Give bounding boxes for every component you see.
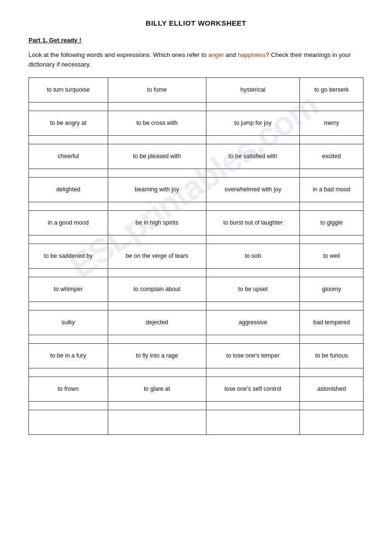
spacer-cell [29,269,108,277]
table-cell: to glare at [108,377,206,402]
table-row: to whimperto complain aboutto be upsetgl… [29,277,364,302]
spacer-cell [300,302,364,310]
table-cell: dejected [108,310,206,335]
vocabulary-table: to turn turquoiseto fumehystericalto go … [28,77,364,435]
spacer-cell [29,235,108,244]
table-row: sulkydejectedaggressivebad tempered [29,310,364,335]
table-cell: to complain about [108,277,206,302]
table-cell: to lose one's temper [206,344,299,368]
table-cell: sulky [29,310,108,335]
table-cell: to be pleased with [108,144,206,169]
table-cell: to whimper [29,277,108,302]
table-cell: bad tempered [300,310,364,335]
table-cell: delighted [29,178,108,202]
spacer-cell [300,368,364,377]
table-cell: to frown [29,377,108,402]
spacer-cell [108,136,206,144]
table-row [29,410,364,435]
table-cell: to be satisfied with [206,144,299,169]
spacer-cell [300,103,364,111]
table-cell: to be upset [206,277,299,302]
spacer-cell [108,103,206,111]
spacer-cell [206,335,299,344]
spacer-cell [206,302,299,310]
spacer-cell [300,235,364,244]
spacer-cell [300,402,364,410]
table-cell: to fly into a rage [108,344,206,368]
table-cell: hysterical [206,78,299,103]
table-cell: to be angry at [29,111,108,136]
table-cell [108,410,206,435]
table-cell: to sob [206,244,299,269]
table-row: to be in a furyto fly into a rageto lose… [29,344,364,368]
table-cell: aggressive [206,310,299,335]
table-cell: to fume [108,78,206,103]
table-cell: excited [300,144,364,169]
table-row: in a good moodbe in high spiritsto burst… [29,211,364,235]
table-cell: to burst out of laughter [206,211,299,235]
anger-word: anger [208,51,224,58]
spacer-cell [108,302,206,310]
spacer-cell [206,136,299,144]
spacer-cell [300,169,364,178]
table-row: delightedbeaming with joyoverwhelmed wit… [29,178,364,202]
spacer-cell [29,368,108,377]
spacer-cell [108,402,206,410]
table-cell: overwhelmed with joy [206,178,299,202]
table-cell: to be furious [300,344,364,368]
spacer-cell [206,235,299,244]
table-cell: to be in a fury [29,344,108,368]
spacer-cell [206,202,299,211]
table-cell: be on the verge of tears [108,244,206,269]
spacer-cell [29,335,108,344]
spacer-cell [206,169,299,178]
table-cell: cheerful [29,144,108,169]
table-cell: to be cross with [108,111,206,136]
happiness-word: happiness [238,51,266,58]
spacer-cell [108,269,206,277]
table-row: to turn turquoiseto fumehystericalto go … [29,78,364,103]
spacer-cell [206,402,299,410]
spacer-cell [29,169,108,178]
part-heading: Part 1. Get ready ! [28,37,364,44]
table-cell: astonished [300,377,364,402]
table-cell [206,410,299,435]
spacer-cell [206,269,299,277]
table-cell: to be saddened by [29,244,108,269]
spacer-cell [206,103,299,111]
spacer-cell [108,235,206,244]
spacer-cell [108,368,206,377]
table-cell: to weil [300,244,364,269]
table-cell: to jump for joy [206,111,299,136]
spacer-cell [108,202,206,211]
spacer-cell [300,202,364,211]
spacer-cell [29,402,108,410]
table-cell: to turn turquoise [29,78,108,103]
spacer-cell [29,202,108,211]
spacer-cell [108,169,206,178]
table-cell [29,410,108,435]
spacer-cell [108,335,206,344]
table-row: to frownto glare atlose one's self contr… [29,377,364,402]
spacer-cell [206,368,299,377]
page-title: BILLY ELLIOT WORKSHEET [28,19,364,27]
spacer-cell [29,302,108,310]
table-cell: to giggle [300,211,364,235]
spacer-cell [300,269,364,277]
table-cell: in a good mood [29,211,108,235]
table-row: to be angry atto be cross withto jump fo… [29,111,364,136]
spacer-cell [29,136,108,144]
spacer-cell [29,103,108,111]
table-cell: lose one's self control [206,377,299,402]
table-cell: be in high spirits [108,211,206,235]
table-cell: to go berserk [300,78,364,103]
table-cell: beaming with joy [108,178,206,202]
table-row: to be saddened bybe on the verge of tear… [29,244,364,269]
table-cell: merry [300,111,364,136]
table-row: cheerfulto be pleased withto be satisfie… [29,144,364,169]
table-cell: gloomy [300,277,364,302]
table-cell [300,410,364,435]
spacer-cell [300,136,364,144]
spacer-cell [300,335,364,344]
instructions: Look at the following words and expressi… [28,50,364,69]
